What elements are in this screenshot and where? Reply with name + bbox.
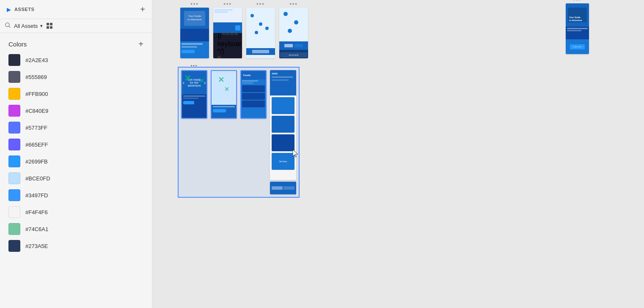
color-swatch xyxy=(8,240,20,252)
add-color-icon: + xyxy=(138,39,143,49)
selected-frame-inner-2[interactable]: ✕ ✕ xyxy=(211,70,237,119)
extra-frame-below xyxy=(270,182,296,194)
add-icon: + xyxy=(140,5,145,14)
color-item[interactable]: #2A2E43 xyxy=(0,52,152,68)
chevron-down-icon: ▾ xyxy=(40,23,43,29)
color-hex-label: #5773FF xyxy=(25,125,47,131)
color-hex-label: #FFB900 xyxy=(25,91,48,97)
color-item[interactable]: #BCE0FD xyxy=(0,170,152,187)
section-title: Colors xyxy=(8,41,27,48)
svg-line-1 xyxy=(9,26,10,27)
frame-4[interactable]: BOOK NOW xyxy=(279,8,308,58)
filter-dropdown[interactable]: All Assets ▾ xyxy=(14,23,43,29)
color-swatch xyxy=(8,105,20,117)
frames-row1: ••• Your Guideto Adventure xyxy=(180,8,308,58)
color-item[interactable]: #273A5E xyxy=(0,237,152,254)
frame-group-1: ••• Your Guideto Adventure xyxy=(180,8,209,58)
color-item[interactable]: #C840E9 xyxy=(0,102,152,119)
frame-group-4: ••• BOOK NOW xyxy=(279,8,308,58)
svg-rect-2 xyxy=(47,23,49,25)
color-list: #2A2E43#555869#FFB900#C840E9#5773FF#665E… xyxy=(0,52,152,254)
selected-dots-1: ••• xyxy=(191,63,198,68)
frame-1[interactable]: Your Guideto Adventure xyxy=(180,8,209,58)
color-item[interactable]: #F4F4F6 xyxy=(0,204,152,221)
extra-frame[interactable] xyxy=(270,182,296,194)
color-item[interactable]: #665EFF xyxy=(0,136,152,153)
assets-title: ASSETS xyxy=(14,7,34,12)
selected-frame-inner-1[interactable]: ✕ ✕ Get readyfor theadventure ‹ › xyxy=(181,70,207,119)
selected-frame-2[interactable]: ✕ ✕ xyxy=(211,70,237,119)
collapse-button[interactable]: ▶ xyxy=(7,6,11,13)
color-swatch xyxy=(8,206,20,218)
sidebar-header-left: ▶ ASSETS xyxy=(7,6,34,13)
frame-group-2: ••• {/* keyboard */} xyxy=(213,8,242,58)
color-hex-label: #74C6A1 xyxy=(25,226,48,232)
canvas-content: ••• Your Guideto Adventure xyxy=(168,0,644,308)
frame-dots-3: ••• xyxy=(256,1,265,7)
sidebar: ▶ ASSETS + All Assets ▾ xyxy=(0,0,152,308)
search-bar: All Assets ▾ xyxy=(0,19,152,33)
svg-rect-3 xyxy=(50,23,52,25)
frame-dots-2: ••• xyxy=(223,1,232,7)
isolated-dots: ••• xyxy=(573,0,582,3)
color-swatch xyxy=(8,122,20,134)
selected-frame-3[interactable]: Travelly xyxy=(240,70,267,119)
frame-3[interactable] xyxy=(246,8,275,58)
color-swatch xyxy=(8,88,20,100)
grid-toggle-button[interactable] xyxy=(46,22,53,29)
add-color-button[interactable]: + xyxy=(138,40,143,48)
selected-frame-4[interactable]: Jakify Services xyxy=(270,70,296,180)
color-hex-label: #BCE0FD xyxy=(25,175,50,182)
selected-frame-inner-3[interactable]: Travelly xyxy=(240,70,267,119)
svg-rect-5 xyxy=(50,26,52,29)
color-swatch xyxy=(8,54,20,66)
filter-label: All Assets xyxy=(14,23,38,29)
color-swatch xyxy=(8,223,20,235)
color-hex-label: #555869 xyxy=(25,74,47,80)
color-hex-label: #2A2E43 xyxy=(25,57,48,63)
color-swatch xyxy=(8,189,20,201)
colors-section: Colors + #2A2E43#555869#FFB900#C840E9#57… xyxy=(0,33,152,308)
frame-dots-4: ••• xyxy=(289,1,298,7)
isolated-frame-group: ••• Your Guideto Adventure Learn more xyxy=(566,3,589,54)
color-hex-label: #665EFF xyxy=(25,142,48,148)
add-asset-button[interactable]: + xyxy=(140,5,145,14)
color-swatch xyxy=(8,155,20,167)
isolated-frame[interactable]: Your Guideto Adventure Learn more xyxy=(566,3,589,54)
color-swatch xyxy=(8,139,20,150)
color-item[interactable]: #555869 xyxy=(0,68,152,85)
color-item[interactable]: #FFB900 xyxy=(0,85,152,102)
frame-2[interactable]: {/* keyboard */} xyxy=(213,8,242,58)
color-swatch xyxy=(8,172,20,184)
color-hex-label: #3497FD xyxy=(25,192,48,199)
section-header: Colors + xyxy=(0,38,152,52)
color-item[interactable]: #3497FD xyxy=(0,187,152,204)
color-item[interactable]: #2699FB xyxy=(0,153,152,170)
color-item[interactable]: #74C6A1 xyxy=(0,221,152,237)
collapse-icon: ▶ xyxy=(7,6,11,13)
selection-group[interactable]: ••• ✕ ✕ Get readyfor theadventure ‹ › xyxy=(178,67,300,198)
color-hex-label: #C840E9 xyxy=(25,108,48,114)
color-hex-label: #F4F4F6 xyxy=(25,209,48,215)
color-hex-label: #2699FB xyxy=(25,158,48,165)
frame-dots-1: ••• xyxy=(190,1,199,7)
selected-frame-4-group: Jakify Services xyxy=(270,70,296,194)
sidebar-header: ▶ ASSETS + xyxy=(0,0,152,19)
frame-group-3: ••• xyxy=(246,8,275,58)
color-swatch xyxy=(8,71,20,83)
canvas-area[interactable]: ••• Your Guideto Adventure xyxy=(152,0,644,308)
selected-frame-1[interactable]: ••• ✕ ✕ Get readyfor theadventure ‹ › xyxy=(181,70,207,119)
search-icon xyxy=(5,22,11,29)
color-item[interactable]: #5773FF xyxy=(0,119,152,136)
color-hex-label: #273A5E xyxy=(25,243,48,249)
svg-rect-4 xyxy=(47,26,49,29)
